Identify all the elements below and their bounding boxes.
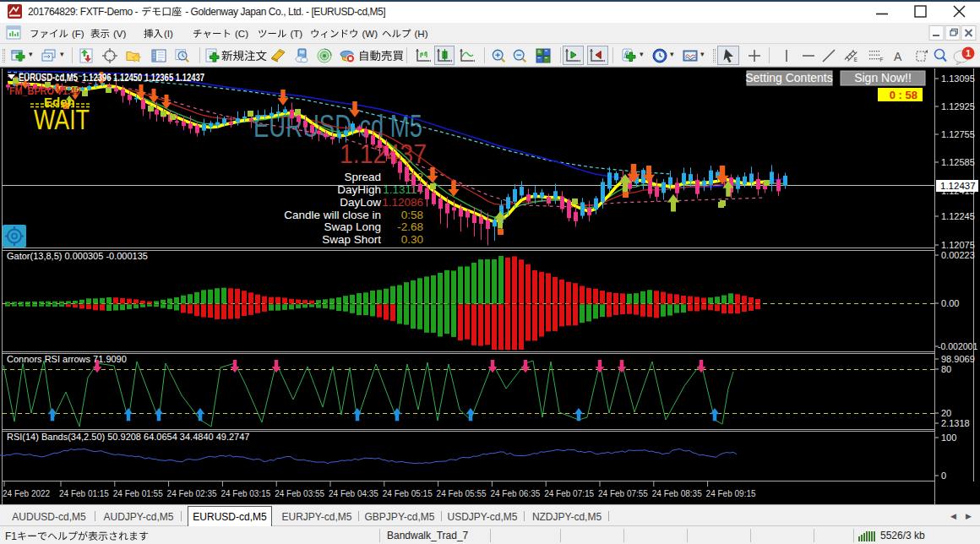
svg-text:E: E [854, 57, 858, 63]
svg-text:20: 20 [941, 408, 951, 418]
svg-text:WAIT: WAIT [34, 104, 90, 135]
svg-text:24 Feb 05:15: 24 Feb 05:15 [383, 489, 433, 498]
svg-text:DayLow: DayLow [340, 196, 381, 209]
svg-text:0.30: 0.30 [401, 233, 423, 246]
svg-text:(F): (F) [72, 29, 84, 39]
svg-text:24 Feb 03:55: 24 Feb 03:55 [275, 489, 324, 498]
svg-text:1.12585: 1.12585 [941, 157, 975, 167]
svg-text:2.1318: 2.1318 [941, 418, 970, 428]
svg-text:1.12925: 1.12925 [941, 101, 975, 112]
svg-text:98.9069: 98.9069 [941, 354, 975, 364]
svg-text:(I): (I) [164, 29, 173, 39]
svg-text:24 Feb 08:35: 24 Feb 08:35 [652, 489, 702, 498]
svg-text:1.12075: 1.12075 [941, 240, 975, 250]
svg-text:24 Feb 2022: 24 Feb 2022 [3, 489, 51, 498]
svg-text:1.13095: 1.13095 [941, 73, 975, 84]
svg-text:0.00223: 0.00223 [941, 250, 975, 260]
svg-text:24 Feb 09:15: 24 Feb 09:15 [706, 489, 756, 498]
svg-text:1: 1 [966, 48, 971, 58]
svg-text:24 Feb 03:15: 24 Feb 03:15 [220, 489, 270, 498]
svg-text:24 Feb 05:55: 24 Feb 05:55 [437, 489, 487, 498]
svg-text:Connors RSI arrows 71.9090: Connors RSI arrows 71.9090 [7, 354, 127, 364]
svg-text:(W): (W) [362, 29, 378, 39]
svg-text:1.12245: 1.12245 [941, 211, 975, 221]
svg-text:24 Feb 01:15: 24 Feb 01:15 [59, 489, 109, 498]
svg-text:F1: F1 [5, 530, 17, 542]
svg-text:-0.002001: -0.002001 [938, 341, 977, 351]
svg-text:(H): (H) [415, 29, 428, 39]
svg-text:24 Feb 07:15: 24 Feb 07:15 [544, 489, 594, 498]
svg-text:- Goldenway Japan Co., Ltd. -: - Goldenway Japan Co., Ltd. - [EURUSD-cd… [185, 6, 385, 18]
svg-text:1.12755: 1.12755 [941, 129, 975, 139]
svg-text:100: 100 [941, 432, 956, 443]
svg-text:EURUSD-cd,M5 1.12396 1.12450: EURUSD-cd,M5 1.12396 1.12450 1.12365 1.1… [19, 72, 204, 84]
svg-text:1.12437: 1.12437 [940, 181, 976, 191]
svg-text:Sign Now!!: Sign Now!! [854, 71, 912, 84]
svg-text:1.13114: 1.13114 [383, 183, 423, 196]
svg-text:-2.68: -2.68 [397, 220, 423, 233]
svg-text:Spread: Spread [344, 171, 381, 183]
svg-text:(T): (T) [291, 29, 303, 39]
svg-text:201764829: FXTF-Demo -: 201764829: FXTF-Demo - [28, 6, 139, 18]
svg-text:Candle will close in: Candle will close in [284, 209, 381, 221]
svg-text:1.12086: 1.12086 [382, 196, 423, 209]
svg-text:24 Feb 04:35: 24 Feb 04:35 [329, 489, 378, 498]
svg-text:Setting Contents: Setting Contents [745, 71, 833, 84]
svg-text:0:58: 0:58 [401, 209, 423, 221]
svg-text:RSI(14) Bands(34,2.50) 50.9208: RSI(14) Bands(34,2.50) 50.9208 64.0654 3… [7, 432, 249, 442]
svg-text:F: F [880, 57, 884, 63]
svg-text:24 Feb 02:35: 24 Feb 02:35 [167, 489, 217, 498]
svg-text:(V): (V) [113, 29, 127, 39]
svg-text:0.00: 0.00 [941, 298, 959, 308]
svg-text:Gator(13,8,5) 0.000305 -0.0001: Gator(13,8,5) 0.000305 -0.000135 [7, 251, 148, 261]
svg-text:0: 0 [941, 471, 946, 481]
svg-text:Swap Short: Swap Short [322, 233, 381, 246]
svg-text:80: 80 [941, 364, 951, 374]
svg-text:24 Feb 01:55: 24 Feb 01:55 [113, 489, 163, 498]
svg-text:0 : 58: 0 : 58 [890, 89, 917, 101]
svg-text:24 Feb 07:55: 24 Feb 07:55 [598, 489, 648, 498]
svg-text:DayHigh: DayHigh [337, 183, 381, 196]
svg-text:Swap Long: Swap Long [324, 220, 381, 233]
svg-text:24 Feb 06:35: 24 Feb 06:35 [490, 489, 540, 498]
svg-text:(C): (C) [235, 29, 248, 39]
